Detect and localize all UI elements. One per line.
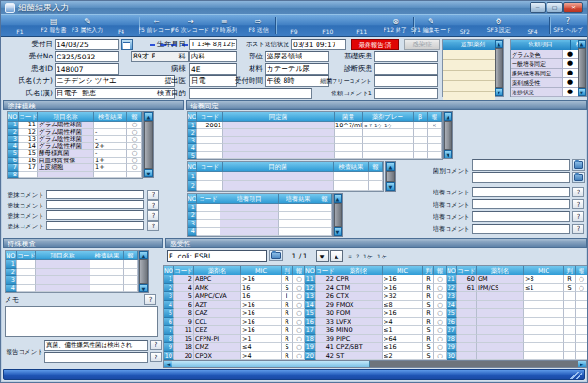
cell[interactable]: ○	[434, 275, 447, 284]
cell[interactable]: 17	[19, 164, 38, 172]
scroll-up-icon[interactable]: ▲	[495, 40, 503, 48]
help-button[interactable]: ?	[144, 294, 156, 305]
cell[interactable]	[576, 326, 588, 335]
cell[interactable]: ○	[434, 301, 447, 309]
cell[interactable]	[197, 181, 223, 191]
infection-button[interactable]: 感染症	[404, 39, 440, 50]
cell[interactable]: 15	[305, 309, 316, 318]
cell[interactable]: 23	[447, 292, 457, 301]
scroll-thumb[interactable]	[139, 259, 148, 284]
diagnosis-disease-input[interactable]	[374, 63, 438, 75]
mini-tool-icons[interactable]: ≡ ? 1ケ 1ケ	[348, 251, 388, 262]
cell[interactable]	[197, 220, 220, 228]
help-button[interactable]: ?	[147, 190, 159, 200]
cell[interactable]: 18	[305, 335, 316, 343]
cell[interactable]	[576, 318, 588, 326]
cell[interactable]: グラム陰性桿菌	[38, 143, 94, 151]
cell[interactable]: 13	[305, 292, 316, 301]
cell[interactable]	[457, 292, 477, 301]
cell[interactable]: ○	[127, 136, 142, 143]
cell[interactable]	[576, 301, 588, 309]
cell[interactable]: 2	[174, 275, 194, 284]
cell[interactable]: 36	[316, 326, 335, 335]
cell[interactable]	[414, 137, 428, 144]
cell[interactable]: 9	[164, 343, 174, 352]
cell[interactable]: 1	[164, 275, 174, 284]
additional-drug-row[interactable]	[443, 81, 495, 92]
cell[interactable]: 8	[8, 172, 19, 179]
cell[interactable]	[197, 228, 220, 237]
cell[interactable]: 2	[188, 129, 197, 137]
cell[interactable]	[576, 309, 588, 318]
cell[interactable]	[197, 204, 220, 212]
calendar-icon[interactable]	[121, 39, 133, 50]
cell[interactable]: >8	[524, 275, 564, 284]
cell[interactable]: 1+	[94, 158, 127, 165]
cell[interactable]: R	[423, 275, 434, 284]
smear-comment-input[interactable]	[46, 190, 144, 199]
cell[interactable]	[363, 152, 414, 159]
cell[interactable]	[124, 276, 138, 285]
cell[interactable]	[17, 285, 36, 293]
cell[interactable]: 61	[457, 284, 477, 292]
cell[interactable]	[334, 181, 369, 191]
cell[interactable]: CAZ	[194, 309, 241, 318]
cell[interactable]	[428, 137, 442, 144]
cell[interactable]	[334, 172, 369, 181]
cell[interactable]	[17, 269, 36, 277]
cell[interactable]	[524, 352, 564, 360]
minimize-icon[interactable]: ─	[530, 2, 546, 13]
cell[interactable]: ○	[293, 301, 305, 309]
cell[interactable]	[363, 144, 414, 152]
cell[interactable]	[524, 318, 564, 326]
maximize-icon[interactable]: ▢	[547, 2, 563, 13]
cell[interactable]: ○	[434, 326, 447, 335]
cell[interactable]: 20	[174, 352, 194, 360]
page-down-icon[interactable]: ▼	[316, 250, 329, 262]
cell[interactable]	[414, 144, 428, 152]
toolbar-button-sf4[interactable]: SF4	[515, 15, 549, 36]
cell[interactable]: 4	[6, 285, 17, 293]
help-button[interactable]: ?	[572, 199, 584, 209]
cell[interactable]	[524, 292, 564, 301]
identified-bacteria-scrollbar[interactable]: ▲▼	[443, 111, 453, 159]
cell[interactable]: 19	[305, 343, 316, 352]
cell[interactable]	[477, 326, 524, 335]
cell[interactable]: 11	[174, 326, 194, 335]
bacteria-comment-input[interactable]	[472, 159, 570, 171]
cell[interactable]	[220, 204, 279, 212]
cell[interactable]	[457, 335, 477, 343]
close-icon[interactable]: ✕	[564, 2, 583, 13]
cell[interactable]	[477, 352, 524, 360]
cell[interactable]: 1	[6, 260, 17, 269]
scroll-left-icon[interactable]: ◄	[164, 361, 172, 367]
cell[interactable]: 27	[447, 326, 457, 335]
culture-items-scrollbar[interactable]: ▲▼	[333, 193, 343, 237]
cell[interactable]: 16	[305, 318, 316, 326]
cell[interactable]: S	[282, 284, 293, 292]
cell[interactable]: -	[94, 129, 127, 137]
toolbar-button-f3[interactable]: ✎F3 属性入力	[71, 15, 105, 36]
cell[interactable]: ○	[576, 284, 588, 292]
report-comment-input[interactable]	[44, 352, 148, 363]
cell[interactable]	[220, 220, 279, 228]
cell[interactable]: 16	[241, 284, 282, 292]
toolbar-button-f12[interactable]: ⊗F12 終了	[379, 15, 413, 36]
cell[interactable]	[564, 343, 576, 352]
cell[interactable]	[428, 129, 442, 137]
scroll-up-icon[interactable]: ▲	[144, 112, 153, 121]
cell[interactable]	[414, 122, 428, 129]
cell[interactable]: R	[423, 292, 434, 301]
cell[interactable]	[363, 129, 414, 137]
cell[interactable]: -	[94, 122, 127, 129]
cell[interactable]: ○	[293, 284, 305, 292]
cell[interactable]: 14	[19, 143, 38, 151]
scroll-thumb[interactable]	[386, 171, 395, 182]
cell[interactable]: R	[282, 309, 293, 318]
cell[interactable]: ○	[434, 318, 447, 326]
cell[interactable]: 39	[316, 335, 335, 343]
target-bacteria-scrollbar[interactable]: ▲▼	[385, 161, 396, 192]
scroll-thumb[interactable]	[495, 48, 503, 88]
cell[interactable]: 6	[164, 318, 174, 326]
cell[interactable]	[457, 343, 477, 352]
